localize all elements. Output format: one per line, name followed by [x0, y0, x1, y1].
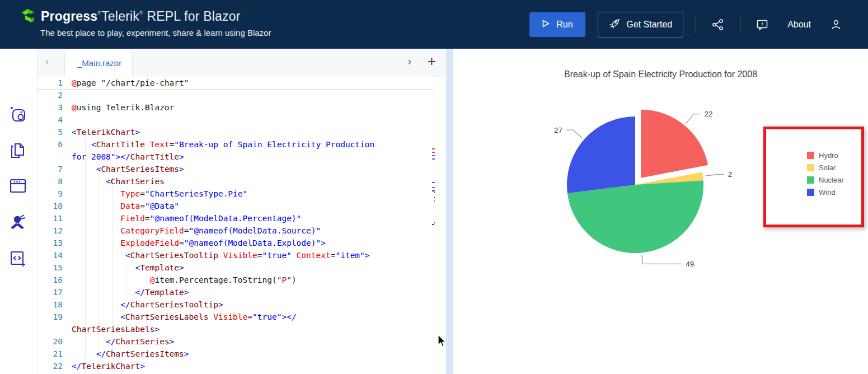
- pie-label: 27: [554, 126, 562, 134]
- pie-slice-wind[interactable]: [567, 116, 635, 193]
- line-number: 10: [37, 200, 63, 212]
- code-row[interactable]: 3@using Telerik.Blazor: [37, 101, 435, 114]
- code-row[interactable]: 22</TelerikChart>: [37, 360, 435, 372]
- brand-title: Progress®Telerik® REPL for Blazor: [41, 9, 241, 24]
- code-row[interactable]: 18 </ChartSeriesTooltip>: [37, 298, 435, 311]
- prev-tab-button[interactable]: ‹: [45, 55, 49, 68]
- run-button[interactable]: Run: [529, 12, 585, 37]
- line-number: 7: [37, 163, 63, 175]
- code-row[interactable]: 19 <ChartSeriesLabels Visible="true"></: [37, 311, 435, 323]
- line-number: 19: [37, 311, 63, 323]
- progress-logo-icon: [20, 8, 35, 25]
- annotation-box: [763, 127, 864, 227]
- code-row[interactable]: 6 <ChartTitle Text="Break-up of Spain El…: [37, 138, 435, 151]
- app-window: Progress®Telerik® REPL for Blazor The be…: [0, 0, 868, 374]
- line-number: 6: [37, 138, 63, 151]
- feedback-button[interactable]: [753, 15, 772, 34]
- line-number: 12: [37, 225, 63, 237]
- line-number: 20: [37, 335, 63, 348]
- split-divider[interactable]: [446, 49, 453, 374]
- line-number: 16: [37, 274, 63, 286]
- header-divider: [696, 16, 696, 33]
- code-row[interactable]: 15 <Template>: [37, 261, 435, 274]
- about-link[interactable]: About: [784, 20, 814, 30]
- editor-tabstrip: ‹ _Main.razor › +: [37, 49, 446, 77]
- code-row[interactable]: 1@page "/chart/pie-chart": [37, 77, 434, 89]
- code-editor[interactable]: 1@page "/chart/pie-chart"23@using Teleri…: [37, 77, 435, 374]
- code-row[interactable]: 10 Data="@Data": [37, 200, 435, 212]
- line-number: 15: [37, 261, 63, 274]
- code-row[interactable]: 17 </Template>: [37, 286, 435, 298]
- preview-panel: Break-up of Spain Electricity Production…: [453, 49, 868, 374]
- line-number: 3: [37, 101, 63, 114]
- play-icon: [542, 20, 550, 30]
- code-row[interactable]: 2: [37, 89, 435, 101]
- brand-tagline: The best place to play, experiment, shar…: [40, 28, 271, 38]
- label-leader-line: [566, 130, 583, 138]
- next-tab-button[interactable]: ›: [407, 55, 411, 68]
- line-number: 21: [37, 348, 63, 360]
- line-number: 5: [37, 126, 63, 138]
- snippet-camera-icon[interactable]: [8, 105, 27, 124]
- label-leader-line: [686, 114, 701, 124]
- share-button[interactable]: [709, 15, 728, 34]
- pie-label: 22: [705, 110, 713, 118]
- code-row[interactable]: 9 Type="ChartSeriesType.Pie": [37, 188, 435, 200]
- pie-slice-hydro[interactable]: [641, 110, 708, 178]
- line-number: 17: [37, 286, 63, 298]
- code-row[interactable]: for 2008"></ChartTitle>: [37, 151, 435, 163]
- telerik-ninja-icon[interactable]: [8, 213, 27, 232]
- code-row[interactable]: ChartSeriesLabels>: [37, 323, 435, 335]
- get-started-label: Get Started: [626, 20, 672, 30]
- minimap[interactable]: [432, 148, 435, 226]
- copy-pages-icon[interactable]: [8, 141, 27, 160]
- code-row[interactable]: 11 Field="@nameof(ModelData.Percentage)": [37, 212, 435, 225]
- label-leader-line: [642, 255, 682, 264]
- pie-label: 49: [686, 260, 694, 268]
- brand: Progress®Telerik® REPL for Blazor The be…: [20, 8, 271, 38]
- mouse-cursor: [437, 334, 447, 350]
- line-number: 14: [37, 249, 63, 261]
- run-label: Run: [556, 20, 573, 30]
- tab-main-razor[interactable]: _Main.razor: [64, 49, 133, 77]
- get-started-button[interactable]: Get Started: [598, 12, 683, 38]
- rocket-icon: [609, 17, 621, 31]
- code-row[interactable]: 21 </ChartSeriesItems>: [37, 348, 435, 360]
- label-leader-line: [705, 174, 724, 176]
- header-divider: [740, 16, 740, 33]
- code-row[interactable]: 16 @item.Percentage.ToString("P"): [37, 274, 435, 286]
- line-number: 22: [37, 360, 63, 372]
- line-number: 18: [37, 298, 63, 311]
- code-row[interactable]: 7 <ChartSeriesItems>: [37, 163, 435, 175]
- line-number: 9: [37, 188, 63, 200]
- code-row[interactable]: 12 CategoryField="@nameof(ModelData.Sour…: [37, 225, 435, 237]
- line-number: 2: [37, 89, 63, 101]
- user-icon[interactable]: [827, 15, 846, 34]
- line-number: 4: [37, 114, 63, 126]
- line-number: 13: [37, 237, 63, 249]
- code-lines: 1@page "/chart/pie-chart"23@using Teleri…: [37, 77, 435, 372]
- add-tab-button[interactable]: +: [428, 53, 436, 70]
- line-number: 1: [37, 77, 63, 89]
- code-row[interactable]: 13 ExplodeField="@nameof(ModelData.Explo…: [37, 237, 435, 249]
- line-number: 11: [37, 212, 63, 225]
- pie-slice-nuclear[interactable]: [567, 180, 703, 253]
- app-header: Progress®Telerik® REPL for Blazor The be…: [0, 0, 868, 49]
- new-snippet-code-icon[interactable]: [8, 249, 27, 268]
- pie-label: 2: [728, 170, 733, 179]
- code-row[interactable]: 4: [37, 114, 435, 126]
- browser-window-icon[interactable]: [8, 176, 27, 195]
- code-row[interactable]: 8 <ChartSeries: [37, 175, 435, 188]
- code-row[interactable]: 14 <ChartSeriesTooltip Visible="true" Co…: [37, 249, 435, 261]
- tab-label: _Main.razor: [77, 58, 121, 68]
- code-row[interactable]: 20 </ChartSeries>: [37, 335, 435, 348]
- code-row[interactable]: 5<TelerikChart>: [37, 126, 435, 138]
- line-number: 8: [37, 175, 63, 188]
- left-toolbar: [0, 49, 37, 374]
